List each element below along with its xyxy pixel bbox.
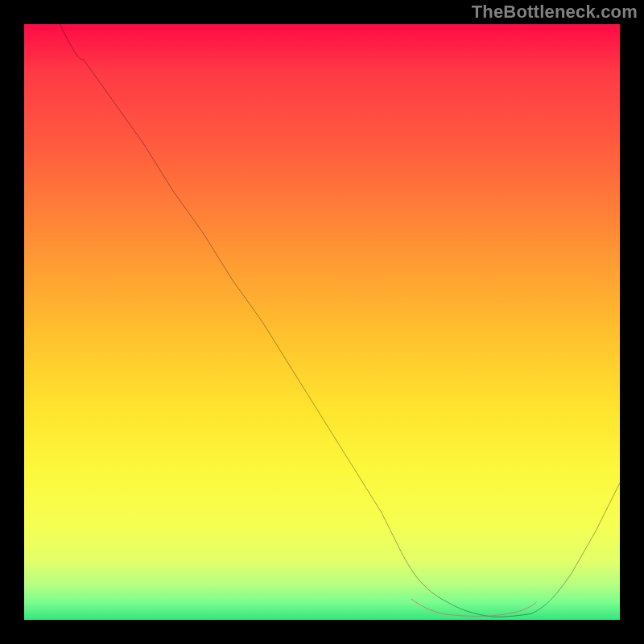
watermark-text: TheBottleneck.com [472,2,638,23]
bottleneck-curve [60,24,620,617]
plot-area [24,24,620,620]
chart-frame: TheBottleneck.com [0,0,644,644]
optimal-marker [411,599,536,616]
chart-svg [24,24,620,620]
